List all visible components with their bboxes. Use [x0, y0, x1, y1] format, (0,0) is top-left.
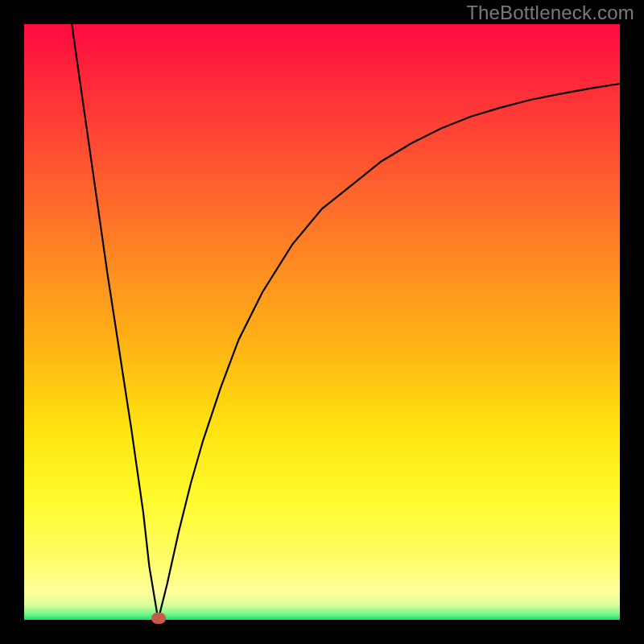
- plot-background: [24, 24, 620, 620]
- chart-frame: TheBottleneck.com: [0, 0, 644, 644]
- chart-canvas: [0, 0, 644, 644]
- optimum-marker: [151, 613, 166, 624]
- watermark-text: TheBottleneck.com: [466, 2, 634, 24]
